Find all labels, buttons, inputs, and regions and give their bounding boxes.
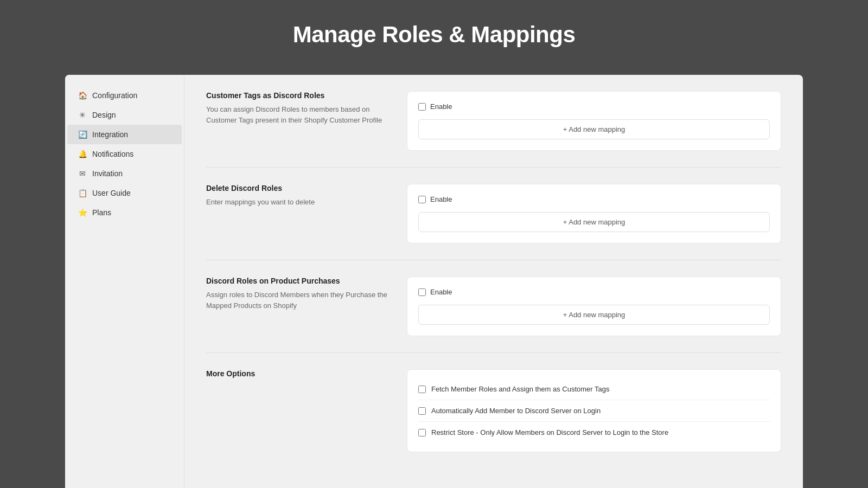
enable-checkbox-delete-roles[interactable] xyxy=(418,196,426,203)
sidebar-item-configuration[interactable]: 🏠 Configuration xyxy=(67,86,182,105)
section-info-delete-roles: Delete Discord Roles Enter mappings you … xyxy=(206,184,391,243)
section-controls-customer-tags: Enable + Add new mapping xyxy=(407,91,781,151)
home-icon: 🏠 xyxy=(78,91,87,100)
section-title-product-purchases: Discord Roles on Product Purchases xyxy=(206,277,391,285)
enable-row-delete-roles: Enable xyxy=(418,195,770,203)
option-checkbox-fetch-roles[interactable] xyxy=(418,386,426,393)
user-guide-icon: 📋 xyxy=(78,189,87,197)
invitation-icon: ✉ xyxy=(78,169,87,178)
content-area: Customer Tags as Discord Roles You can a… xyxy=(184,75,803,488)
sidebar-item-plans[interactable]: ⭐ Plans xyxy=(67,203,182,222)
section-controls-delete-roles: Enable + Add new mapping xyxy=(407,184,781,243)
plans-icon: ⭐ xyxy=(78,208,87,217)
option-label-auto-add: Automatically Add Member to Discord Serv… xyxy=(431,407,601,415)
section-desc-product-purchases: Assign roles to Discord Members when the… xyxy=(206,290,391,311)
sidebar-label-user-guide: User Guide xyxy=(92,189,131,197)
add-mapping-button-delete-roles[interactable]: + Add new mapping xyxy=(418,212,770,232)
section-delete-roles: Delete Discord Roles Enter mappings you … xyxy=(206,184,781,260)
section-title-delete-roles: Delete Discord Roles xyxy=(206,184,391,192)
section-more-options: More Options Fetch Member Roles and Assi… xyxy=(206,369,781,468)
section-title-more-options: More Options xyxy=(206,369,391,378)
section-info-customer-tags: Customer Tags as Discord Roles You can a… xyxy=(206,91,391,151)
option-row-auto-add: Automatically Add Member to Discord Serv… xyxy=(418,400,770,422)
enable-row-customer-tags: Enable xyxy=(418,102,770,111)
section-title-customer-tags: Customer Tags as Discord Roles xyxy=(206,91,391,100)
section-desc-customer-tags: You can assign Discord Roles to members … xyxy=(206,104,391,125)
sidebar: 🏠 Configuration ✳ Design 🔄 Integration 🔔… xyxy=(65,75,184,488)
add-mapping-button-customer-tags[interactable]: + Add new mapping xyxy=(418,119,770,139)
enable-row-product-purchases: Enable xyxy=(418,288,770,296)
sidebar-label-notifications: Notifications xyxy=(92,150,133,158)
notifications-icon: 🔔 xyxy=(78,150,87,158)
option-row-restrict-store: Restrict Store - Only Allow Members on D… xyxy=(418,422,770,443)
more-options-controls: Fetch Member Roles and Assign them as Cu… xyxy=(407,369,781,452)
sidebar-label-design: Design xyxy=(92,111,116,119)
section-info-product-purchases: Discord Roles on Product Purchases Assig… xyxy=(206,277,391,336)
sidebar-item-invitation[interactable]: ✉ Invitation xyxy=(67,164,182,183)
main-container: 🏠 Configuration ✳ Design 🔄 Integration 🔔… xyxy=(65,75,803,488)
option-label-restrict-store: Restrict Store - Only Allow Members on D… xyxy=(431,428,668,436)
option-checkbox-restrict-store[interactable] xyxy=(418,429,426,436)
enable-label-customer-tags: Enable xyxy=(430,102,452,111)
page-title: Manage Roles & Mappings xyxy=(11,22,857,48)
sidebar-label-invitation: Invitation xyxy=(92,169,123,178)
integration-icon: 🔄 xyxy=(78,130,87,139)
sidebar-item-integration[interactable]: 🔄 Integration xyxy=(67,125,182,144)
option-checkbox-auto-add[interactable] xyxy=(418,407,426,415)
enable-label-product-purchases: Enable xyxy=(430,288,452,296)
section-product-purchases: Discord Roles on Product Purchases Assig… xyxy=(206,277,781,353)
section-info-more-options: More Options xyxy=(206,369,391,452)
sidebar-item-design[interactable]: ✳ Design xyxy=(67,105,182,125)
sidebar-label-integration: Integration xyxy=(92,130,128,139)
design-icon: ✳ xyxy=(78,111,87,119)
add-mapping-button-product-purchases[interactable]: + Add new mapping xyxy=(418,305,770,325)
option-label-fetch-roles: Fetch Member Roles and Assign them as Cu… xyxy=(431,385,610,393)
sidebar-item-user-guide[interactable]: 📋 User Guide xyxy=(67,183,182,203)
option-row-fetch-roles: Fetch Member Roles and Assign them as Cu… xyxy=(418,378,770,400)
sidebar-item-notifications[interactable]: 🔔 Notifications xyxy=(67,144,182,164)
sidebar-label-plans: Plans xyxy=(92,208,111,217)
page-header: Manage Roles & Mappings xyxy=(0,0,868,75)
sidebar-label-configuration: Configuration xyxy=(92,91,137,100)
enable-checkbox-product-purchases[interactable] xyxy=(418,288,426,296)
section-controls-product-purchases: Enable + Add new mapping xyxy=(407,277,781,336)
enable-label-delete-roles: Enable xyxy=(430,195,452,203)
section-customer-tags: Customer Tags as Discord Roles You can a… xyxy=(206,91,781,168)
enable-checkbox-customer-tags[interactable] xyxy=(418,103,426,111)
section-desc-delete-roles: Enter mappings you want to delete xyxy=(206,197,391,208)
